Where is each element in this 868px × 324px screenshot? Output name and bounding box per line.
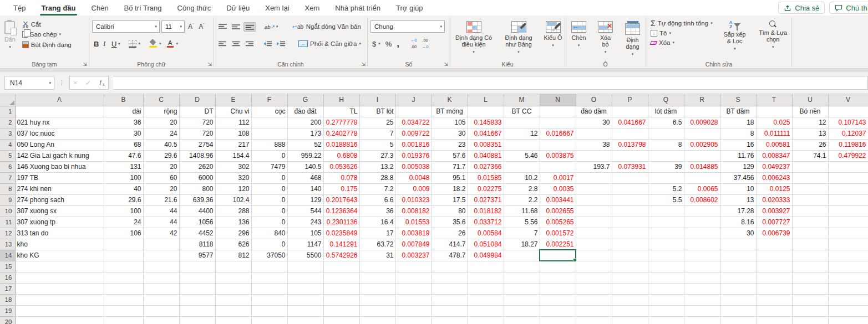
- cell-J8[interactable]: 0.009: [395, 183, 432, 194]
- cell-O4[interactable]: 38: [576, 139, 612, 150]
- cell-U19[interactable]: [792, 305, 828, 316]
- cell-K2[interactable]: 105: [432, 117, 468, 128]
- cell-G3[interactable]: 173: [287, 128, 323, 139]
- row-header-16[interactable]: 16: [0, 272, 15, 283]
- cell-F16[interactable]: [251, 272, 287, 283]
- cell-R2[interactable]: 0.009028: [684, 117, 720, 128]
- row-header-3[interactable]: 3: [0, 128, 15, 139]
- cell-H10[interactable]: 0.1236364: [323, 205, 359, 217]
- cell-R1[interactable]: [684, 106, 720, 117]
- cell-S2[interactable]: 18: [720, 117, 756, 128]
- cell-E16[interactable]: [215, 272, 251, 283]
- cell-N11[interactable]: 0.005265: [540, 217, 576, 228]
- cell-Q15[interactable]: [648, 261, 684, 272]
- menu-tab-8[interactable]: Xem: [297, 0, 328, 16]
- align-center-button[interactable]: [230, 40, 242, 48]
- cell-T4[interactable]: 0.00581: [756, 139, 792, 150]
- cell-K4[interactable]: 23: [432, 139, 468, 150]
- share-button[interactable]: Chia sẻ: [778, 2, 825, 14]
- cell-I3[interactable]: 7: [359, 128, 395, 139]
- cell-D15[interactable]: [179, 261, 215, 272]
- row-header-17[interactable]: 17: [0, 283, 15, 294]
- cell-O11[interactable]: [576, 217, 612, 228]
- cell-B18[interactable]: [104, 294, 143, 305]
- font-name-select[interactable]: Calibri▾: [92, 20, 160, 33]
- cell-K11[interactable]: 35.6: [432, 217, 468, 228]
- cell-C9[interactable]: 21.6: [143, 194, 179, 205]
- cell-D14[interactable]: 9577: [179, 250, 215, 261]
- cell-J16[interactable]: [395, 272, 432, 283]
- cell-U5[interactable]: 74.1: [792, 150, 828, 161]
- cell-O14[interactable]: [576, 250, 612, 261]
- cell-M2[interactable]: [504, 117, 540, 128]
- cell-B1[interactable]: dài: [104, 106, 143, 117]
- cell-T16[interactable]: [756, 272, 792, 283]
- decrease-indent-button[interactable]: [262, 40, 273, 48]
- menu-tab-1[interactable]: Tệp: [6, 0, 33, 16]
- delete-cells-button[interactable]: ✕ Xóa bỏ ▾: [596, 19, 616, 57]
- cell-L11[interactable]: 0.033712: [468, 217, 504, 228]
- row-header-20[interactable]: 20: [0, 316, 15, 324]
- align-middle-button[interactable]: [230, 23, 242, 31]
- cell-N2[interactable]: [540, 117, 576, 128]
- cell-I16[interactable]: [359, 272, 395, 283]
- cell-V3[interactable]: 0.12037: [828, 128, 868, 139]
- cell-R11[interactable]: [684, 217, 720, 228]
- cell-S8[interactable]: 10: [720, 183, 756, 194]
- cell-A2[interactable]: 021 huy nx: [15, 117, 104, 128]
- find-select-button[interactable]: Tìm & Lựa chọn ▾: [755, 18, 791, 52]
- cell-A3[interactable]: 037 loc nuoc: [15, 128, 104, 139]
- cell-M1[interactable]: BT CC: [504, 106, 540, 117]
- cell-S20[interactable]: [720, 316, 756, 324]
- menu-tab-9[interactable]: Nhà phát triển: [327, 0, 388, 16]
- cell-O19[interactable]: [576, 305, 612, 316]
- cell-O2[interactable]: 30: [576, 117, 612, 128]
- cell-Q1[interactable]: lót dầm: [648, 106, 684, 117]
- cell-D20[interactable]: [179, 316, 215, 324]
- row-header-10[interactable]: 10: [0, 205, 15, 217]
- cell-K13[interactable]: 414.7: [432, 239, 468, 250]
- row-header-2[interactable]: 2: [0, 117, 15, 128]
- align-left-button[interactable]: [217, 40, 229, 48]
- cell-A10[interactable]: 307 xuong sx: [15, 205, 104, 217]
- column-header-T[interactable]: T: [756, 94, 792, 106]
- cell-P14[interactable]: [612, 250, 648, 261]
- cell-C7[interactable]: 60: [143, 172, 179, 183]
- cell-M18[interactable]: [504, 294, 540, 305]
- cell-M17[interactable]: [504, 283, 540, 294]
- row-header-11[interactable]: 11: [0, 217, 15, 228]
- cell-G11[interactable]: 243: [287, 217, 323, 228]
- cell-C20[interactable]: [143, 316, 179, 324]
- cell-G4[interactable]: 52: [287, 139, 323, 150]
- cell-E19[interactable]: [215, 305, 251, 316]
- comma-style-button[interactable]: ,: [395, 40, 401, 48]
- cell-E7[interactable]: 320: [215, 172, 251, 183]
- cell-J20[interactable]: [395, 316, 432, 324]
- cell-U8[interactable]: [792, 183, 828, 194]
- cell-T15[interactable]: [756, 261, 792, 272]
- cell-A15[interactable]: [15, 261, 104, 272]
- underline-dropdown-icon[interactable]: ▾: [118, 42, 120, 46]
- cell-B3[interactable]: 30: [104, 128, 143, 139]
- cell-G7[interactable]: 468: [287, 172, 323, 183]
- cell-F19[interactable]: [251, 305, 287, 316]
- cell-I18[interactable]: [359, 294, 395, 305]
- cell-N16[interactable]: [540, 272, 576, 283]
- cell-I13[interactable]: 63.72: [359, 239, 395, 250]
- row-header-12[interactable]: 12: [0, 228, 15, 239]
- cell-P19[interactable]: [612, 305, 648, 316]
- column-header-L[interactable]: L: [468, 94, 504, 106]
- cell-U17[interactable]: [792, 283, 828, 294]
- cell-G18[interactable]: [287, 294, 323, 305]
- cell-K3[interactable]: 30: [432, 128, 468, 139]
- cell-G13[interactable]: 1147: [287, 239, 323, 250]
- cell-U1[interactable]: Bó nền: [792, 106, 828, 117]
- menu-tab-6[interactable]: Dữ liệu: [219, 0, 257, 16]
- cell-S6[interactable]: 129: [720, 161, 756, 172]
- menu-tab-2[interactable]: Trang đầu: [33, 0, 83, 16]
- cell-P2[interactable]: 0.041667: [612, 117, 648, 128]
- cell-L8[interactable]: 0.02275: [468, 183, 504, 194]
- cell-U2[interactable]: 12: [792, 117, 828, 128]
- cell-C8[interactable]: 20: [143, 183, 179, 194]
- cell-A11[interactable]: 307 xuong tp: [15, 217, 104, 228]
